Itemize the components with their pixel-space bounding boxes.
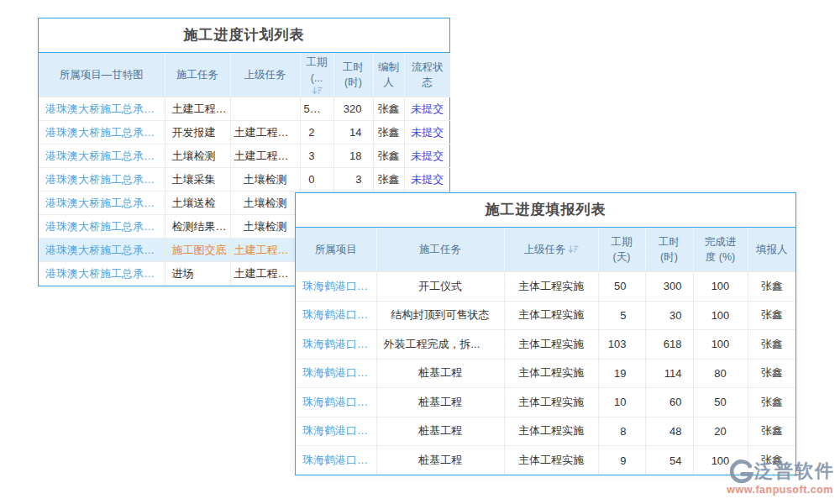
hours-cell: 18 xyxy=(333,144,373,168)
hours-cell: 300 xyxy=(645,272,693,302)
status-link[interactable]: 未提交 xyxy=(404,97,450,121)
project-link[interactable]: 珠海鹤港口建设 xyxy=(296,359,376,388)
duration-cell: 5 xyxy=(598,301,645,330)
reporter-cell: 张鑫 xyxy=(748,272,795,302)
project-link[interactable]: 港珠澳大桥施工总承包项目 xyxy=(39,144,165,168)
report-table-row[interactable]: 珠海鹤港口建设 桩基工程 主体工程实施 8 48 20 张鑫 xyxy=(296,417,795,446)
hours-cell: 30 xyxy=(645,301,693,330)
reporter-cell: 张鑫 xyxy=(748,330,795,360)
task-cell: 桩基工程 xyxy=(376,388,504,417)
report-col-hours[interactable]: 工时 (时) xyxy=(645,228,693,272)
parent-task-cell: 土壤检测 xyxy=(230,192,300,215)
author-cell: 张鑫 xyxy=(373,144,404,168)
parent-task-cell: 主体工程实施 xyxy=(504,330,598,360)
plan-table-row[interactable]: 港珠澳大桥施工总承包项目 开发报建 土建工程施工 2 14 张鑫 未提交 xyxy=(39,121,450,144)
sort-icon[interactable] xyxy=(312,87,323,95)
duration-cell: 2 xyxy=(300,121,333,144)
report-col-parent-label: 上级任务 xyxy=(524,244,566,255)
hours-cell: 3 xyxy=(333,168,373,192)
task-cell: 结构封顶到可售状态 xyxy=(376,301,504,330)
project-link[interactable]: 港珠澳大桥施工总承包项目 xyxy=(39,215,165,239)
status-link[interactable]: 未提交 xyxy=(404,144,450,168)
parent-task-cell: 土建工程施工 xyxy=(230,262,300,286)
reporter-cell: 张鑫 xyxy=(748,417,795,446)
project-link[interactable]: 珠海鹤港口建设 xyxy=(296,446,376,475)
plan-table-row[interactable]: 港珠澳大桥施工总承包项目 土建工程施工 59 320 张鑫 未提交 xyxy=(39,97,450,121)
report-table-row[interactable]: 珠海鹤港口建设 桩基工程 主体工程实施 19 114 80 张鑫 xyxy=(296,359,795,388)
project-link[interactable]: 港珠澳大桥施工总承包项目 xyxy=(39,239,165,262)
report-col-project[interactable]: 所属项目 xyxy=(296,228,376,272)
plan-col-task[interactable]: 施工任务 xyxy=(165,53,230,97)
task-cell: 土建工程施工 xyxy=(165,97,230,121)
report-table: 所属项目 施工任务 上级任务 工期 (天) 工时 (时) 完成进 度 (%) 填… xyxy=(296,228,795,475)
report-table-title: 施工进度填报列表 xyxy=(296,193,795,228)
progress-cell: 100 xyxy=(693,301,748,330)
status-link[interactable]: 未提交 xyxy=(404,168,450,192)
report-col-duration[interactable]: 工期 (天) xyxy=(598,228,645,272)
task-cell: 检测结果存底 xyxy=(165,215,230,239)
report-col-reporter[interactable]: 填报人 xyxy=(748,228,795,272)
plan-col-duration[interactable]: 工期 (... xyxy=(300,53,333,97)
project-link[interactable]: 珠海鹤港口建设 xyxy=(296,272,376,302)
hours-cell: 320 xyxy=(333,97,373,121)
task-cell: 外装工程完成，拆... xyxy=(376,330,504,360)
duration-cell: 0 xyxy=(300,168,333,192)
brand-name: 泛普软件 xyxy=(754,461,835,481)
report-table-row[interactable]: 珠海鹤港口建设 开工仪式 主体工程实施 50 300 100 张鑫 xyxy=(296,272,795,302)
duration-cell: 50 xyxy=(598,272,645,302)
report-col-progress[interactable]: 完成进 度 (%) xyxy=(693,228,748,272)
report-header-row: 所属项目 施工任务 上级任务 工期 (天) 工时 (时) 完成进 度 (%) 填… xyxy=(296,228,795,272)
project-link[interactable]: 珠海鹤港口建设 xyxy=(296,301,376,330)
report-table-panel: 施工进度填报列表 所属项目 施工任务 上级任务 工期 (天) 工时 (时) 完成… xyxy=(295,192,796,475)
reporter-cell: 张鑫 xyxy=(748,301,795,330)
duration-cell: 103 xyxy=(598,330,645,360)
plan-table-row[interactable]: 港珠澳大桥施工总承包项目 土壤采集 土壤检测 0 3 张鑫 未提交 xyxy=(39,168,450,192)
progress-cell: 100 xyxy=(693,272,748,302)
plan-col-author[interactable]: 编制 人 xyxy=(373,53,404,97)
report-table-row[interactable]: 珠海鹤港口建设 外装工程完成，拆... 主体工程实施 103 618 100 张… xyxy=(296,330,795,360)
author-cell: 张鑫 xyxy=(373,97,404,121)
duration-cell: 10 xyxy=(598,388,645,417)
parent-task-cell: 主体工程实施 xyxy=(504,446,598,475)
plan-col-parent-task[interactable]: 上级任务 xyxy=(230,53,300,97)
report-table-row[interactable]: 珠海鹤港口建设 桩基工程 主体工程实施 9 54 100 张鑫 xyxy=(296,446,795,475)
parent-task-cell: 土建工程施工 xyxy=(230,121,300,144)
progress-cell: 80 xyxy=(693,359,748,388)
task-cell: 桩基工程 xyxy=(376,446,504,475)
duration-cell: 59 xyxy=(300,97,333,121)
sort-icon[interactable] xyxy=(568,245,579,254)
hours-cell: 48 xyxy=(645,417,693,446)
task-cell: 桩基工程 xyxy=(376,359,504,388)
plan-header-row: 所属项目—甘特图 施工任务 上级任务 工期 (... 工时 (时) 编制 人 流… xyxy=(39,53,450,97)
brand-url: www.fanpusoft.com xyxy=(727,484,835,496)
fanpu-watermark: 泛普软件 www.fanpusoft.com xyxy=(727,459,835,496)
parent-task-cell: 土壤检测 xyxy=(230,215,300,239)
author-cell: 张鑫 xyxy=(373,168,404,192)
plan-col-hours[interactable]: 工时 (时) xyxy=(333,53,373,97)
status-link[interactable]: 未提交 xyxy=(404,121,450,144)
duration-cell: 9 xyxy=(598,446,645,475)
reporter-cell: 张鑫 xyxy=(748,359,795,388)
report-table-row[interactable]: 珠海鹤港口建设 结构封顶到可售状态 主体工程实施 5 30 100 张鑫 xyxy=(296,301,795,330)
report-col-task[interactable]: 施工任务 xyxy=(376,228,504,272)
plan-col-project-gantt[interactable]: 所属项目—甘特图 xyxy=(39,53,165,97)
project-link[interactable]: 港珠澳大桥施工总承包项目 xyxy=(39,121,165,144)
project-link[interactable]: 珠海鹤港口建设 xyxy=(296,388,376,417)
project-link[interactable]: 珠海鹤港口建设 xyxy=(296,417,376,446)
task-cell: 进场 xyxy=(165,262,230,286)
task-cell: 土壤送检 xyxy=(165,192,230,215)
task-cell: 桩基工程 xyxy=(376,417,504,446)
report-table-row[interactable]: 珠海鹤港口建设 桩基工程 主体工程实施 10 60 50 张鑫 xyxy=(296,388,795,417)
report-col-parent-task[interactable]: 上级任务 xyxy=(504,228,598,272)
project-link[interactable]: 珠海鹤港口建设 xyxy=(296,330,376,360)
task-cell: 施工图交底 xyxy=(165,239,230,262)
project-link[interactable]: 港珠澳大桥施工总承包项目 xyxy=(39,262,165,286)
plan-col-duration-label: 工期 (... xyxy=(307,56,328,83)
project-link[interactable]: 港珠澳大桥施工总承包项目 xyxy=(39,192,165,215)
project-link[interactable]: 港珠澳大桥施工总承包项目 xyxy=(39,97,165,121)
plan-table-row[interactable]: 港珠澳大桥施工总承包项目 土壤检测 土建工程施工 3 18 张鑫 未提交 xyxy=(39,144,450,168)
hours-cell: 60 xyxy=(645,388,693,417)
task-cell: 土壤检测 xyxy=(165,144,230,168)
plan-col-status[interactable]: 流程状 态 xyxy=(404,53,450,97)
project-link[interactable]: 港珠澳大桥施工总承包项目 xyxy=(39,168,165,192)
